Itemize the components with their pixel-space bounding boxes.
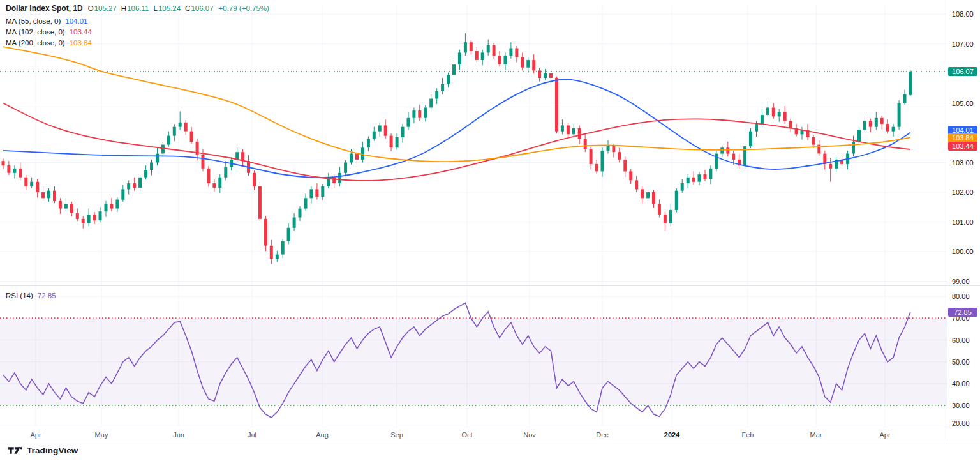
rsi-badge: 72.85 — [948, 308, 977, 317]
ma102-label: MA (102, close, 0) — [6, 28, 65, 36]
ma200-label: MA (200, close, 0) — [6, 39, 65, 47]
ma200-value: 103.84 — [70, 39, 92, 47]
time-label: Jun — [173, 430, 184, 439]
rsi-legend-row[interactable]: RSI (14) 72.85 — [6, 291, 56, 300]
price-tick: 101.00 — [952, 218, 974, 227]
price-tick: 99.00 — [952, 277, 970, 286]
tradingview-logo-icon — [8, 446, 24, 455]
symbol-title[interactable]: Dollar Index Spot, 1D — [6, 4, 83, 13]
price-badge: 103.44 — [948, 142, 977, 151]
price-tick: 100.00 — [952, 247, 974, 256]
rsi-value: 72.85 — [38, 292, 56, 299]
price-tick: 102.00 — [952, 188, 974, 197]
rsi-tick: 30.00 — [952, 401, 970, 410]
ma55-legend-row[interactable]: MA (55, close, 0) 104.01 — [6, 17, 269, 26]
rsi-band — [0, 318, 947, 405]
ma102-legend-row[interactable]: MA (102, close, 0) 103.44 — [6, 27, 269, 36]
symbol-legend-row[interactable]: Dollar Index Spot, 1D O105.27H106.11L105… — [6, 4, 269, 13]
time-label: Feb — [742, 430, 754, 439]
time-label: Nov — [523, 430, 536, 439]
rsi-tick: 60.00 — [952, 336, 970, 345]
time-label: Apr — [879, 430, 890, 439]
price-tick: 107.00 — [952, 40, 974, 49]
time-label: 2024 — [664, 430, 679, 439]
time-label: May — [95, 430, 108, 439]
time-label: Mar — [810, 430, 822, 439]
time-label: Sep — [390, 430, 403, 439]
rsi-tick: 40.00 — [952, 379, 970, 388]
tradingview-logo-text: TradingView — [27, 446, 78, 455]
ma-line-2 — [3, 47, 910, 162]
price-tick: 103.00 — [952, 158, 974, 167]
time-label: Jul — [248, 430, 256, 439]
ma-line-0 — [3, 79, 910, 178]
time-label: Apr — [30, 430, 41, 439]
ma55-label: MA (55, close, 0) — [6, 17, 61, 25]
price-badge: 103.84 — [948, 133, 977, 142]
chart-canvas[interactable] — [0, 0, 980, 461]
price-badge: 106.07 — [948, 67, 977, 76]
time-label: Dec — [596, 430, 609, 439]
time-label: Oct — [461, 430, 472, 439]
price-tick: 105.00 — [952, 99, 974, 108]
tradingview-logo[interactable]: TradingView — [8, 446, 78, 455]
rsi-label: RSI (14) — [6, 292, 33, 299]
rsi-legend-panel: RSI (14) 72.85 — [6, 291, 56, 302]
rsi-tick: 50.00 — [952, 358, 970, 367]
rsi-tick: 80.00 — [952, 292, 970, 301]
legend-panel: Dollar Index Spot, 1D O105.27H106.11L105… — [6, 4, 269, 49]
ma200-legend-row[interactable]: MA (200, close, 0) 103.84 — [6, 38, 269, 47]
ma102-value: 103.44 — [70, 28, 92, 36]
rsi-tick: 20.00 — [952, 419, 970, 428]
ohlc-values: O105.27H106.11L105.24C106.07+0.79 (+0.75… — [88, 4, 269, 12]
chart-widget: Dollar Index Spot, 1D O105.27H106.11L105… — [0, 0, 980, 461]
ma55-value: 104.01 — [65, 17, 87, 25]
price-tick: 108.00 — [952, 10, 974, 19]
time-label: Aug — [316, 430, 329, 439]
